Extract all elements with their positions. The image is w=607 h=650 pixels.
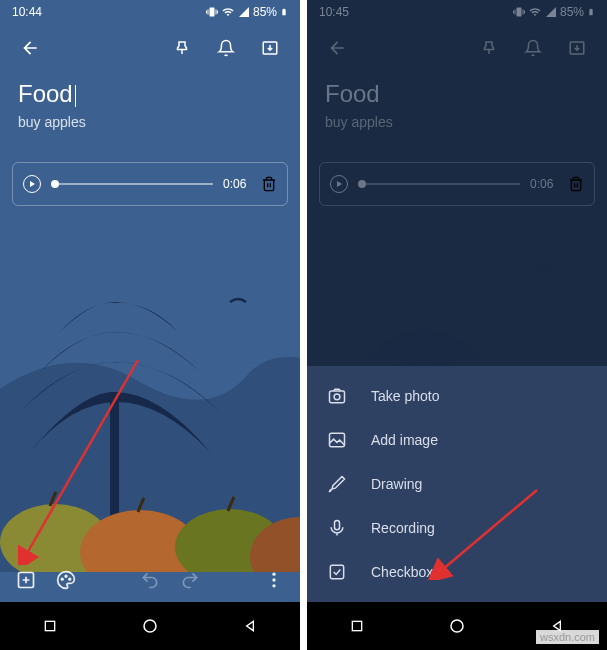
archive-icon — [568, 39, 586, 57]
pin-icon — [173, 39, 191, 57]
reminder-button[interactable] — [208, 30, 244, 66]
note-title-input[interactable]: Food — [18, 80, 282, 108]
audio-player: 0:06 — [12, 162, 288, 206]
pin-button[interactable] — [164, 30, 200, 66]
status-bar: 10:45 85% — [307, 0, 607, 24]
background-illustration — [0, 242, 300, 572]
arrow-left-icon — [20, 38, 40, 58]
menu-label: Add image — [371, 432, 438, 448]
circle-icon — [448, 617, 466, 635]
archive-button[interactable] — [252, 30, 288, 66]
menu-label: Drawing — [371, 476, 422, 492]
text-cursor — [75, 85, 76, 107]
svg-point-9 — [69, 578, 71, 580]
note-title-input[interactable]: Food — [325, 80, 589, 108]
vibrate-icon — [513, 6, 525, 18]
annotation-arrow-left — [18, 355, 148, 565]
svg-line-15 — [26, 360, 138, 555]
nav-recent[interactable] — [42, 618, 58, 634]
menu-drawing[interactable]: Drawing — [307, 462, 607, 506]
audio-duration: 0:06 — [530, 177, 558, 191]
svg-point-10 — [272, 573, 275, 576]
svg-point-14 — [144, 620, 156, 632]
square-icon — [42, 618, 58, 634]
delete-audio-button[interactable] — [568, 176, 584, 192]
archive-button[interactable] — [559, 30, 595, 66]
mic-icon — [327, 518, 347, 538]
status-indicators: 85% — [513, 5, 595, 19]
signal-icon — [545, 6, 557, 18]
edit-toolbar — [0, 558, 300, 602]
note-body-input[interactable]: buy apples — [18, 114, 282, 130]
bell-icon — [217, 39, 235, 57]
watermark: wsxdn.com — [536, 630, 599, 644]
back-button[interactable] — [319, 30, 355, 66]
circle-icon — [141, 617, 159, 635]
screen-right: 10:45 85% Food buy apples 0:06 — [307, 0, 607, 650]
battery-pct: 85% — [253, 5, 277, 19]
audio-track[interactable] — [358, 183, 520, 185]
image-icon — [327, 430, 347, 450]
palette-button[interactable] — [48, 562, 84, 598]
back-button[interactable] — [12, 30, 48, 66]
status-indicators: 85% — [206, 5, 288, 19]
nav-home[interactable] — [448, 617, 466, 635]
archive-icon — [261, 39, 279, 57]
svg-point-19 — [334, 394, 340, 400]
menu-take-photo[interactable]: Take photo — [307, 374, 607, 418]
note-content: Food buy apples — [307, 72, 607, 138]
nav-back[interactable] — [242, 618, 258, 634]
camera-icon — [327, 386, 347, 406]
svg-rect-20 — [330, 433, 345, 446]
nav-home[interactable] — [141, 617, 159, 635]
svg-point-7 — [61, 578, 63, 580]
undo-icon — [140, 570, 160, 590]
more-vertical-icon — [264, 570, 284, 590]
redo-button[interactable] — [172, 562, 208, 598]
play-button[interactable] — [23, 175, 41, 193]
status-time: 10:44 — [12, 5, 42, 19]
svg-point-8 — [65, 575, 67, 577]
battery-pct: 85% — [560, 5, 584, 19]
audio-duration: 0:06 — [223, 177, 251, 191]
note-content: Food buy apples — [0, 72, 300, 138]
triangle-icon — [242, 618, 258, 634]
more-button[interactable] — [256, 562, 292, 598]
track-thumb[interactable] — [51, 180, 59, 188]
menu-checkboxes[interactable]: Checkboxes — [307, 550, 607, 594]
arrow-left-icon — [327, 38, 347, 58]
undo-button[interactable] — [132, 562, 168, 598]
svg-rect-13 — [45, 621, 54, 630]
wifi-icon — [221, 6, 235, 18]
play-button[interactable] — [330, 175, 348, 193]
square-icon — [349, 618, 365, 634]
vibrate-icon — [206, 6, 218, 18]
pin-button[interactable] — [471, 30, 507, 66]
bell-icon — [524, 39, 542, 57]
svg-point-11 — [272, 578, 275, 581]
add-button[interactable] — [8, 562, 44, 598]
svg-point-12 — [272, 584, 275, 587]
nav-recent[interactable] — [349, 618, 365, 634]
svg-rect-18 — [330, 391, 345, 403]
audio-track[interactable] — [51, 183, 213, 185]
checkbox-icon — [327, 562, 347, 582]
track-thumb[interactable] — [358, 180, 366, 188]
nav-bar — [0, 602, 300, 650]
reminder-button[interactable] — [515, 30, 551, 66]
menu-label: Take photo — [371, 388, 440, 404]
top-bar — [307, 24, 607, 72]
battery-icon — [280, 5, 288, 19]
note-body-input[interactable]: buy apples — [325, 114, 589, 130]
status-bar: 10:44 85% — [0, 0, 300, 24]
brush-icon — [327, 474, 347, 494]
menu-label: Recording — [371, 520, 435, 536]
status-time: 10:45 — [319, 5, 349, 19]
plus-box-icon — [16, 570, 36, 590]
svg-rect-21 — [335, 521, 340, 530]
top-bar — [0, 24, 300, 72]
delete-audio-button[interactable] — [261, 176, 277, 192]
menu-recording[interactable]: Recording — [307, 506, 607, 550]
menu-add-image[interactable]: Add image — [307, 418, 607, 462]
trash-icon — [568, 176, 584, 192]
